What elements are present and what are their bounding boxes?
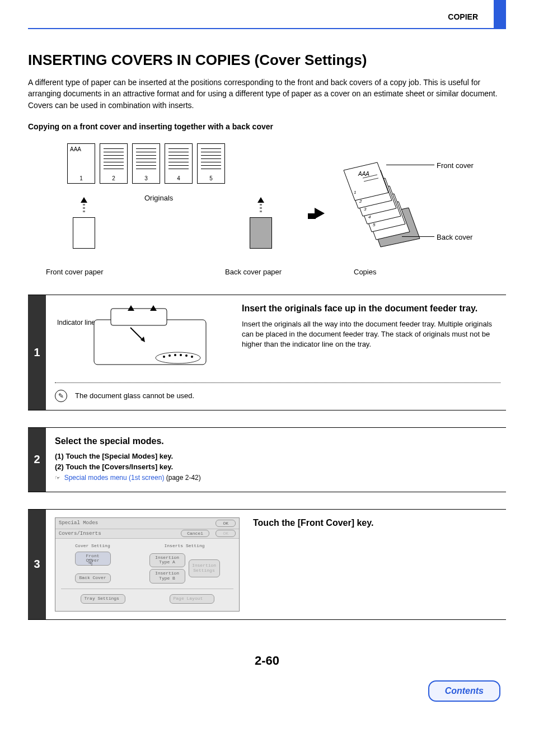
- step-2-title: Select the special modes.: [55, 436, 500, 447]
- panel-ok-button[interactable]: OK: [216, 520, 236, 527]
- header-tab: [494, 0, 506, 28]
- connector-line: [402, 236, 434, 237]
- svg-text:AAA: AAA: [358, 171, 369, 177]
- svg-point-24: [174, 354, 176, 356]
- original-page-1: AAA 1: [67, 143, 95, 184]
- svg-text:1: 1: [354, 190, 356, 195]
- section-header: COPIER: [448, 12, 478, 21]
- svg-rect-15: [94, 320, 206, 365]
- front-cover-label: Front cover: [437, 161, 474, 170]
- panel-title-special-modes: Special Modes: [59, 520, 98, 526]
- front-cover-button[interactable]: Front Cover ☟: [75, 552, 111, 566]
- step-1: 1 Indicator line: [28, 295, 506, 410]
- step-3-number: 3: [28, 510, 46, 619]
- panel-ok-button-dim[interactable]: OK: [216, 530, 236, 537]
- front-paper-label: Front cover paper: [46, 268, 104, 276]
- contents-button[interactable]: Contents: [428, 680, 500, 702]
- panel-title-covers-inserts: Covers/Inserts: [59, 531, 101, 536]
- svg-text:3: 3: [364, 207, 367, 212]
- original-page-5: 5: [197, 143, 225, 184]
- svg-point-23: [168, 354, 171, 357]
- pointer-icon: ☞: [55, 474, 60, 482]
- svg-point-25: [180, 354, 182, 356]
- step-2: 2 Select the special modes. (1) Touch th…: [28, 428, 506, 492]
- step-1-number: 1: [28, 295, 46, 410]
- step-2-sub2: (2) Touch the [Covers/Inserts] key.: [55, 463, 500, 471]
- svg-marker-17: [128, 305, 134, 311]
- step-3-title: Touch the [Front Cover] key.: [253, 517, 500, 529]
- svg-point-27: [191, 356, 193, 358]
- page-title: INSERTING COVERS IN COPIES (Cover Settin…: [28, 52, 506, 69]
- insertion-type-a-button[interactable]: Insertion Type A: [149, 553, 185, 568]
- page-layout-button[interactable]: Page Layout: [170, 594, 214, 604]
- svg-text:5: 5: [373, 222, 376, 227]
- step-1-note: The document glass cannot be used.: [75, 391, 194, 400]
- copies-stack-illustration: AAA 1 2 3 4 5: [341, 149, 431, 261]
- step-2-sub1: (1) Touch the [Special Modes] key.: [55, 452, 500, 460]
- insertion-type-b-button[interactable]: Insertion Type B: [149, 569, 185, 584]
- step-3: 3 Special Modes OK Covers/Inserts Cancel…: [28, 510, 506, 620]
- svg-text:4: 4: [368, 214, 371, 220]
- intro-text: A different type of paper can be inserte…: [28, 77, 506, 111]
- back-cover-paper: [250, 197, 272, 249]
- panel-cancel-button[interactable]: Cancel: [181, 530, 209, 537]
- svg-text:2: 2: [359, 199, 362, 204]
- back-cover-button[interactable]: Back Cover: [75, 573, 111, 583]
- touch-panel-mock: Special Modes OK Covers/Inserts Cancel O…: [55, 517, 240, 612]
- diagram-subhead: Copying on a front cover and inserting t…: [28, 122, 506, 131]
- cover-setting-label: Cover Setting: [75, 543, 111, 548]
- insertion-settings-button[interactable]: Insertion Settings: [189, 559, 220, 577]
- step-1-title: Insert the originals face up in the docu…: [242, 303, 500, 315]
- connector-line: [386, 165, 434, 165]
- link-page-ref: (page 2-42): [164, 474, 200, 482]
- original-page-2: 2: [100, 143, 128, 184]
- svg-point-22: [163, 356, 165, 358]
- special-modes-link[interactable]: Special modes menu (1st screen): [64, 474, 165, 482]
- step-1-desc: Insert the originals all the way into th…: [242, 319, 500, 350]
- cover-diagram: AAA 1 2 3 4 5 Originals Front cover pape…: [28, 138, 506, 283]
- originals-label: Originals: [144, 194, 173, 202]
- back-cover-label: Back cover: [437, 233, 472, 241]
- copies-label: Copies: [354, 268, 376, 276]
- original-page-4: 4: [165, 143, 193, 184]
- front-cover-paper: [73, 197, 95, 249]
- pencil-note-icon: ✎: [55, 390, 67, 402]
- svg-rect-16: [111, 309, 167, 325]
- feeder-illustration: [88, 303, 228, 376]
- tray-settings-button[interactable]: Tray Settings: [81, 594, 125, 604]
- pointing-hand-icon: ☟: [88, 559, 93, 569]
- original-page-3: 3: [132, 143, 160, 184]
- svg-marker-18: [150, 305, 157, 311]
- back-paper-label: Back cover paper: [225, 268, 282, 276]
- step-2-number: 2: [28, 428, 46, 492]
- inserts-setting-label: Inserts Setting: [149, 543, 220, 548]
- page-number: 2-60: [28, 654, 506, 668]
- svg-point-26: [185, 354, 188, 357]
- arrow-right-icon: [308, 208, 325, 221]
